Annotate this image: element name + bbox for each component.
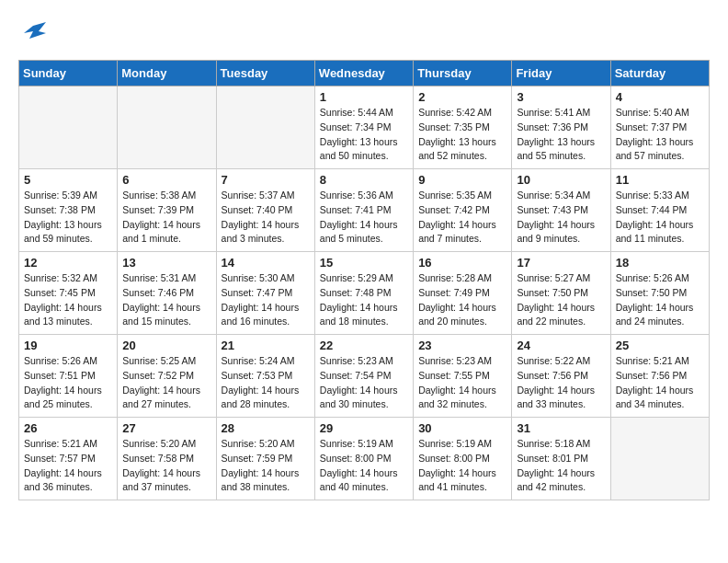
calendar-cell: 18Sunrise: 5:26 AM Sunset: 7:50 PM Dayli… <box>610 252 709 335</box>
calendar-cell: 10Sunrise: 5:34 AM Sunset: 7:43 PM Dayli… <box>512 169 610 252</box>
calendar-week-4: 19Sunrise: 5:26 AM Sunset: 7:51 PM Dayli… <box>19 335 710 418</box>
calendar-cell: 1Sunrise: 5:44 AM Sunset: 7:34 PM Daylig… <box>314 86 413 169</box>
calendar-cell: 22Sunrise: 5:23 AM Sunset: 7:54 PM Dayli… <box>314 335 413 418</box>
calendar-cell: 16Sunrise: 5:28 AM Sunset: 7:49 PM Dayli… <box>414 252 512 335</box>
day-info: Sunrise: 5:27 AM Sunset: 7:50 PM Dayligh… <box>517 271 605 329</box>
calendar-cell: 8Sunrise: 5:36 AM Sunset: 7:41 PM Daylig… <box>314 169 413 252</box>
day-number: 16 <box>418 256 506 270</box>
calendar-cell: 15Sunrise: 5:29 AM Sunset: 7:48 PM Dayli… <box>314 252 413 335</box>
calendar-cell <box>610 418 709 500</box>
day-info: Sunrise: 5:19 AM Sunset: 8:00 PM Dayligh… <box>418 437 506 495</box>
day-info: Sunrise: 5:21 AM Sunset: 7:56 PM Dayligh… <box>616 354 704 412</box>
day-info: Sunrise: 5:22 AM Sunset: 7:56 PM Dayligh… <box>517 354 605 412</box>
day-number: 7 <box>222 173 310 187</box>
day-number: 2 <box>418 90 506 104</box>
day-number: 26 <box>24 421 112 435</box>
day-info: Sunrise: 5:21 AM Sunset: 7:57 PM Dayligh… <box>24 437 112 495</box>
calendar-cell: 19Sunrise: 5:26 AM Sunset: 7:51 PM Dayli… <box>19 335 118 418</box>
calendar-cell: 30Sunrise: 5:19 AM Sunset: 8:00 PM Dayli… <box>414 418 512 500</box>
logo-bird-icon <box>20 18 48 46</box>
logo-text <box>18 18 48 51</box>
weekday-header-thursday: Thursday <box>414 61 512 86</box>
calendar-cell: 25Sunrise: 5:21 AM Sunset: 7:56 PM Dayli… <box>610 335 709 418</box>
day-number: 1 <box>320 90 408 104</box>
calendar-cell: 24Sunrise: 5:22 AM Sunset: 7:56 PM Dayli… <box>512 335 610 418</box>
day-number: 13 <box>122 256 210 270</box>
day-number: 25 <box>616 339 704 352</box>
calendar-cell: 9Sunrise: 5:35 AM Sunset: 7:42 PM Daylig… <box>414 169 512 252</box>
calendar-cell: 17Sunrise: 5:27 AM Sunset: 7:50 PM Dayli… <box>512 252 610 335</box>
day-number: 9 <box>418 173 506 187</box>
day-info: Sunrise: 5:19 AM Sunset: 8:00 PM Dayligh… <box>320 437 408 495</box>
calendar-cell: 3Sunrise: 5:41 AM Sunset: 7:36 PM Daylig… <box>512 86 610 169</box>
day-info: Sunrise: 5:23 AM Sunset: 7:55 PM Dayligh… <box>418 354 506 412</box>
day-number: 27 <box>122 421 210 435</box>
day-info: Sunrise: 5:34 AM Sunset: 7:43 PM Dayligh… <box>517 189 605 247</box>
weekday-header-monday: Monday <box>118 61 216 86</box>
day-info: Sunrise: 5:42 AM Sunset: 7:35 PM Dayligh… <box>418 106 506 164</box>
weekday-header-wednesday: Wednesday <box>314 61 413 86</box>
day-info: Sunrise: 5:26 AM Sunset: 7:50 PM Dayligh… <box>616 271 704 329</box>
day-info: Sunrise: 5:35 AM Sunset: 7:42 PM Dayligh… <box>418 189 506 247</box>
day-number: 4 <box>616 90 704 104</box>
day-number: 3 <box>517 90 605 104</box>
calendar-cell: 2Sunrise: 5:42 AM Sunset: 7:35 PM Daylig… <box>414 86 512 169</box>
day-number: 11 <box>616 173 704 187</box>
day-info: Sunrise: 5:37 AM Sunset: 7:40 PM Dayligh… <box>222 189 310 247</box>
calendar-cell <box>19 86 118 169</box>
day-info: Sunrise: 5:38 AM Sunset: 7:39 PM Dayligh… <box>122 189 210 247</box>
page-header <box>18 18 710 51</box>
day-number: 22 <box>320 339 408 352</box>
calendar-cell: 20Sunrise: 5:25 AM Sunset: 7:52 PM Dayli… <box>118 335 216 418</box>
weekday-header-friday: Friday <box>512 61 610 86</box>
day-number: 30 <box>418 421 506 435</box>
day-info: Sunrise: 5:24 AM Sunset: 7:53 PM Dayligh… <box>222 354 310 412</box>
calendar-week-1: 1Sunrise: 5:44 AM Sunset: 7:34 PM Daylig… <box>19 86 710 169</box>
calendar-cell: 29Sunrise: 5:19 AM Sunset: 8:00 PM Dayli… <box>314 418 413 500</box>
calendar-cell: 26Sunrise: 5:21 AM Sunset: 7:57 PM Dayli… <box>19 418 118 500</box>
calendar-cell: 13Sunrise: 5:31 AM Sunset: 7:46 PM Dayli… <box>118 252 216 335</box>
calendar-table: SundayMondayTuesdayWednesdayThursdayFrid… <box>18 60 710 500</box>
day-info: Sunrise: 5:20 AM Sunset: 7:59 PM Dayligh… <box>222 437 310 495</box>
calendar-week-2: 5Sunrise: 5:39 AM Sunset: 7:38 PM Daylig… <box>19 169 710 252</box>
day-number: 17 <box>517 256 605 270</box>
logo <box>18 18 48 51</box>
calendar-cell <box>216 86 314 169</box>
day-info: Sunrise: 5:32 AM Sunset: 7:45 PM Dayligh… <box>24 271 112 329</box>
day-number: 24 <box>517 339 605 352</box>
day-info: Sunrise: 5:41 AM Sunset: 7:36 PM Dayligh… <box>517 106 605 164</box>
day-info: Sunrise: 5:25 AM Sunset: 7:52 PM Dayligh… <box>122 354 210 412</box>
day-info: Sunrise: 5:31 AM Sunset: 7:46 PM Dayligh… <box>122 271 210 329</box>
day-number: 15 <box>320 256 408 270</box>
calendar-cell: 28Sunrise: 5:20 AM Sunset: 7:59 PM Dayli… <box>216 418 314 500</box>
day-info: Sunrise: 5:39 AM Sunset: 7:38 PM Dayligh… <box>24 189 112 247</box>
calendar-week-5: 26Sunrise: 5:21 AM Sunset: 7:57 PM Dayli… <box>19 418 710 500</box>
weekday-header-tuesday: Tuesday <box>216 61 314 86</box>
weekday-header-sunday: Sunday <box>19 61 118 86</box>
calendar-cell: 31Sunrise: 5:18 AM Sunset: 8:01 PM Dayli… <box>512 418 610 500</box>
day-number: 8 <box>320 173 408 187</box>
day-info: Sunrise: 5:40 AM Sunset: 7:37 PM Dayligh… <box>616 106 704 164</box>
day-info: Sunrise: 5:23 AM Sunset: 7:54 PM Dayligh… <box>320 354 408 412</box>
calendar-cell: 27Sunrise: 5:20 AM Sunset: 7:58 PM Dayli… <box>118 418 216 500</box>
day-info: Sunrise: 5:44 AM Sunset: 7:34 PM Dayligh… <box>320 106 408 164</box>
day-info: Sunrise: 5:20 AM Sunset: 7:58 PM Dayligh… <box>122 437 210 495</box>
day-number: 19 <box>24 339 112 352</box>
day-info: Sunrise: 5:29 AM Sunset: 7:48 PM Dayligh… <box>320 271 408 329</box>
day-number: 23 <box>418 339 506 352</box>
calendar-cell: 23Sunrise: 5:23 AM Sunset: 7:55 PM Dayli… <box>414 335 512 418</box>
day-info: Sunrise: 5:30 AM Sunset: 7:47 PM Dayligh… <box>222 271 310 329</box>
day-info: Sunrise: 5:26 AM Sunset: 7:51 PM Dayligh… <box>24 354 112 412</box>
day-info: Sunrise: 5:33 AM Sunset: 7:44 PM Dayligh… <box>616 189 704 247</box>
calendar-week-3: 12Sunrise: 5:32 AM Sunset: 7:45 PM Dayli… <box>19 252 710 335</box>
day-number: 18 <box>616 256 704 270</box>
calendar-cell: 14Sunrise: 5:30 AM Sunset: 7:47 PM Dayli… <box>216 252 314 335</box>
calendar-cell: 5Sunrise: 5:39 AM Sunset: 7:38 PM Daylig… <box>19 169 118 252</box>
svg-marker-0 <box>24 22 46 39</box>
day-number: 31 <box>517 421 605 435</box>
day-number: 29 <box>320 421 408 435</box>
day-number: 14 <box>222 256 310 270</box>
day-number: 5 <box>24 173 112 187</box>
calendar-cell: 11Sunrise: 5:33 AM Sunset: 7:44 PM Dayli… <box>610 169 709 252</box>
calendar-cell: 4Sunrise: 5:40 AM Sunset: 7:37 PM Daylig… <box>610 86 709 169</box>
